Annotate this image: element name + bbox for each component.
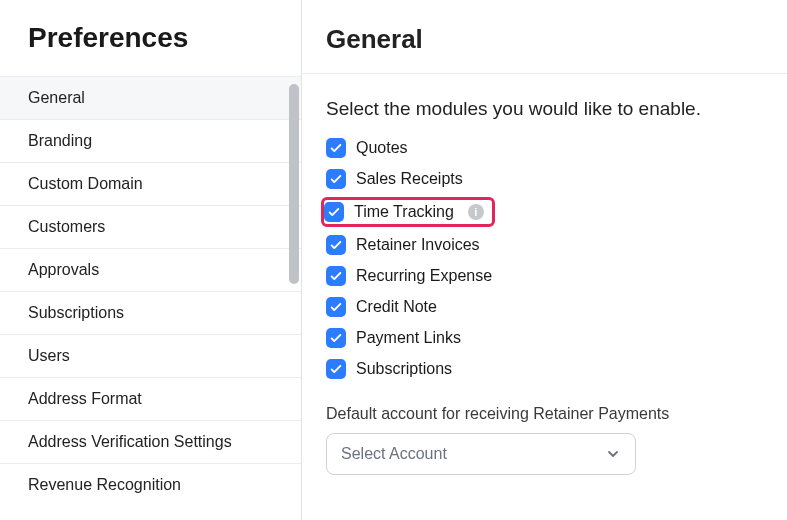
sidebar-item-general[interactable]: General bbox=[0, 77, 301, 119]
sidebar-item-label: Customers bbox=[28, 218, 105, 235]
main-header: General bbox=[302, 0, 787, 74]
scrollbar-thumb[interactable] bbox=[289, 84, 299, 284]
sidebar-item-label: Address Format bbox=[28, 390, 142, 407]
module-label: Retainer Invoices bbox=[356, 236, 480, 254]
sidebar-title: Preferences bbox=[0, 0, 301, 76]
sidebar-list: General Branding Custom Domain Customers… bbox=[0, 77, 301, 506]
module-row-sales-receipts[interactable]: Sales Receipts bbox=[326, 169, 787, 189]
check-icon bbox=[329, 269, 343, 283]
sidebar-item-label: Subscriptions bbox=[28, 304, 124, 321]
sidebar-item-custom-domain[interactable]: Custom Domain bbox=[0, 163, 301, 205]
module-row-retainer-invoices[interactable]: Retainer Invoices bbox=[326, 235, 787, 255]
sidebar-item-label: Custom Domain bbox=[28, 175, 143, 192]
sidebar-item-customers[interactable]: Customers bbox=[0, 206, 301, 248]
sidebar-item-label: Approvals bbox=[28, 261, 99, 278]
sidebar-item-label: Branding bbox=[28, 132, 92, 149]
main: General Select the modules you would lik… bbox=[302, 0, 787, 520]
module-label: Quotes bbox=[356, 139, 408, 157]
checkbox[interactable] bbox=[326, 138, 346, 158]
sidebar-item-label: Address Verification Settings bbox=[28, 433, 232, 450]
checkbox[interactable] bbox=[326, 266, 346, 286]
checkbox[interactable] bbox=[326, 359, 346, 379]
checkbox[interactable] bbox=[326, 297, 346, 317]
module-row-time-tracking[interactable]: Time Tracking i bbox=[324, 200, 492, 224]
check-icon bbox=[329, 172, 343, 186]
sidebar-item-subscriptions[interactable]: Subscriptions bbox=[0, 292, 301, 334]
checkbox[interactable] bbox=[326, 328, 346, 348]
module-row-payment-links[interactable]: Payment Links bbox=[326, 328, 787, 348]
checkbox[interactable] bbox=[324, 202, 344, 222]
module-label: Credit Note bbox=[356, 298, 437, 316]
module-label: Recurring Expense bbox=[356, 267, 492, 285]
default-account-label: Default account for receiving Retainer P… bbox=[326, 405, 787, 423]
sidebar-item-branding[interactable]: Branding bbox=[0, 120, 301, 162]
sidebar-item-address-verification-settings[interactable]: Address Verification Settings bbox=[0, 421, 301, 463]
checkbox[interactable] bbox=[326, 169, 346, 189]
module-row-quotes[interactable]: Quotes bbox=[326, 138, 787, 158]
sidebar-item-label: Revenue Recognition bbox=[28, 476, 181, 493]
sidebar-item-approvals[interactable]: Approvals bbox=[0, 249, 301, 291]
module-label: Subscriptions bbox=[356, 360, 452, 378]
module-row-recurring-expense[interactable]: Recurring Expense bbox=[326, 266, 787, 286]
check-icon bbox=[329, 331, 343, 345]
check-icon bbox=[329, 238, 343, 252]
info-icon[interactable]: i bbox=[468, 204, 484, 220]
chevron-down-icon bbox=[605, 446, 621, 462]
sidebar: Preferences General Branding Custom Doma… bbox=[0, 0, 302, 520]
content: Select the modules you would like to ena… bbox=[302, 74, 787, 475]
sidebar-item-address-format[interactable]: Address Format bbox=[0, 378, 301, 420]
select-placeholder: Select Account bbox=[341, 445, 447, 463]
check-icon bbox=[329, 362, 343, 376]
section-heading: Select the modules you would like to ena… bbox=[326, 98, 787, 120]
sidebar-item-label: General bbox=[28, 89, 85, 106]
check-icon bbox=[329, 141, 343, 155]
module-label: Payment Links bbox=[356, 329, 461, 347]
check-icon bbox=[329, 300, 343, 314]
module-row-subscriptions[interactable]: Subscriptions bbox=[326, 359, 787, 379]
page-title: General bbox=[326, 24, 787, 55]
module-list: Quotes Sales Receipts Time Tracking i bbox=[326, 138, 787, 379]
app-root: Preferences General Branding Custom Doma… bbox=[0, 0, 787, 520]
checkbox[interactable] bbox=[326, 235, 346, 255]
sidebar-item-users[interactable]: Users bbox=[0, 335, 301, 377]
check-icon bbox=[327, 205, 341, 219]
default-account-select[interactable]: Select Account bbox=[326, 433, 636, 475]
sidebar-item-label: Users bbox=[28, 347, 70, 364]
module-label: Time Tracking bbox=[354, 203, 454, 221]
module-row-credit-note[interactable]: Credit Note bbox=[326, 297, 787, 317]
sidebar-item-revenue-recognition[interactable]: Revenue Recognition bbox=[0, 464, 301, 506]
module-label: Sales Receipts bbox=[356, 170, 463, 188]
